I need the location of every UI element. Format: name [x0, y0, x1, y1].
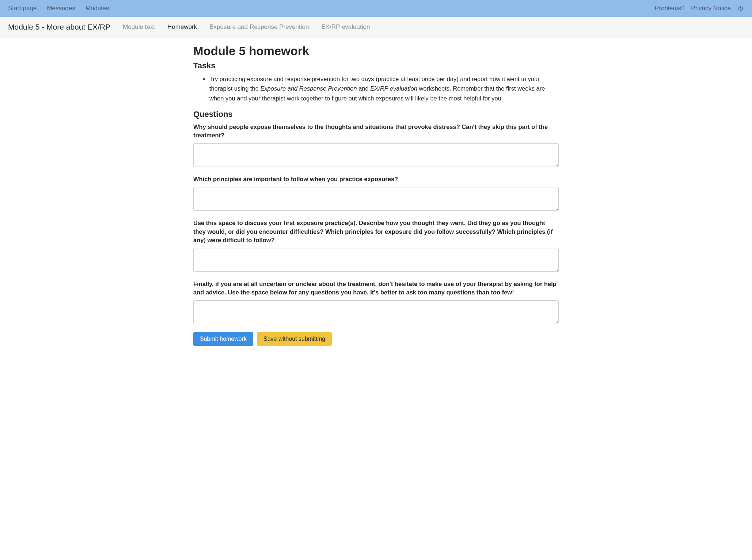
question-block-1: Why should people expose themselves to t…	[193, 123, 559, 168]
question-label-1: Why should people expose themselves to t…	[193, 123, 559, 140]
task-item: Try practicing exposure and response pre…	[209, 74, 559, 103]
sub-nav: Module 5 - More about EX/RP Module text …	[0, 17, 752, 38]
questions-section: Questions Why should people expose thems…	[193, 110, 559, 346]
task-em-2: EX/RP evaluation	[370, 85, 417, 92]
tasks-heading: Tasks	[193, 61, 559, 71]
page-title: Module 5 homework	[193, 44, 559, 58]
tab-homework[interactable]: Homework	[167, 23, 197, 31]
top-nav: Start page Messages Modules Problems? Pr…	[0, 0, 752, 17]
tab-exposure-response-prevention[interactable]: Exposure and Response Prevention	[209, 23, 309, 31]
question-label-3: Use this space to discuss your first exp…	[193, 219, 559, 244]
nav-start-page[interactable]: Start page	[8, 5, 37, 12]
top-nav-left: Start page Messages Modules	[8, 5, 109, 12]
tab-module-text[interactable]: Module text	[123, 23, 155, 31]
questions-heading: Questions	[193, 110, 559, 119]
submit-homework-button[interactable]: Submit homework	[193, 332, 253, 346]
question-block-4: Finally, if you are at all uncertain or …	[193, 280, 559, 325]
question-input-2[interactable]	[193, 187, 559, 211]
nav-privacy-notice[interactable]: Privacy Notice	[691, 5, 731, 12]
top-nav-right: Problems? Privacy Notice	[655, 5, 744, 12]
question-label-4: Finally, if you are at all uncertain or …	[193, 280, 559, 297]
tasks-list: Try practicing exposure and response pre…	[193, 74, 559, 103]
power-icon[interactable]	[737, 5, 744, 12]
task-em-1: Exposure and Response Prevention	[260, 85, 357, 92]
content: Module 5 homework Tasks Try practicing e…	[186, 38, 566, 361]
question-block-3: Use this space to discuss your first exp…	[193, 219, 559, 273]
question-input-3[interactable]	[193, 248, 559, 272]
save-without-submitting-button[interactable]: Save without submitting	[257, 332, 332, 346]
task-and: and	[357, 85, 371, 92]
nav-problems[interactable]: Problems?	[655, 5, 684, 12]
question-block-2: Which principles are important to follow…	[193, 175, 559, 212]
nav-messages[interactable]: Messages	[47, 5, 75, 12]
tab-exrp-evaluation[interactable]: EX/RP evaluation	[321, 23, 370, 31]
nav-modules[interactable]: Modules	[86, 5, 109, 12]
tasks-section: Tasks Try practicing exposure and respon…	[193, 61, 559, 103]
module-title: Module 5 - More about EX/RP	[8, 23, 110, 31]
question-label-2: Which principles are important to follow…	[193, 175, 559, 183]
question-input-1[interactable]	[193, 143, 559, 167]
question-input-4[interactable]	[193, 300, 559, 324]
button-row: Submit homework Save without submitting	[193, 332, 559, 346]
